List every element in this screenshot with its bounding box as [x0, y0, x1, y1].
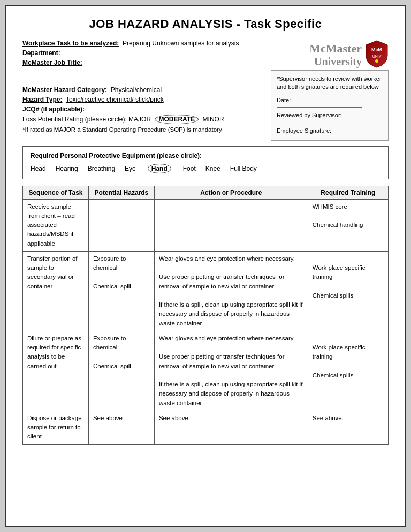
action-cell: Wear gloves and eye protection where nec… — [154, 251, 308, 331]
col-header-training: Required Training — [308, 186, 388, 199]
hazard-table: Sequence of Task Potential Hazards Actio… — [22, 186, 389, 445]
jcq-label: JCQ# (if applicable): — [22, 105, 260, 113]
training-cell: Work place specific training Chemical sp… — [308, 251, 388, 331]
ppe-foot: Foot — [183, 165, 196, 172]
training-cell: WHMIS coreChemical handling — [308, 199, 388, 251]
task-cell: Transfer portion of sample to secondary … — [23, 251, 89, 331]
training-cell: Work place specific training Chemical sp… — [308, 331, 388, 411]
table-row: Receive sample from client – read associ… — [23, 199, 389, 251]
hazard-type-label: Hazard Type: Toxic/reactive chemical/ st… — [22, 96, 260, 103]
col-header-task: Sequence of Task — [23, 186, 89, 199]
page: JOB HAZARD ANALYSIS - Task Specific Work… — [5, 5, 406, 527]
ppe-full-body: Full Body — [230, 165, 257, 172]
date-label: Date: — [277, 96, 383, 105]
department-label: Department: — [22, 49, 260, 57]
hazards-cell — [88, 199, 154, 251]
ppe-breathing: Breathing — [88, 165, 115, 172]
action-cell: Wear gloves and eye protection where nec… — [154, 331, 308, 411]
hazards-cell: Exposure to chemicalChemical spill — [88, 331, 154, 411]
logo-shield: McM UNIV — [365, 40, 389, 70]
logo-area: McMaster University McM UNIV — [271, 40, 389, 70]
loss-moderate-circled: MODERATE — [155, 115, 199, 124]
employee-sig-label: Employee Signature: — [277, 126, 383, 136]
task-cell: Dispose or package sample for return to … — [23, 411, 89, 444]
page-title: JOB HAZARD ANALYSIS - Task Specific — [22, 17, 389, 31]
svg-point-2 — [375, 59, 378, 63]
ppe-head: Head — [31, 165, 46, 172]
ppe-hearing: Hearing — [56, 165, 78, 172]
table-row: Dispose or package sample for return to … — [23, 411, 389, 444]
ppe-knee: Knee — [206, 165, 220, 172]
header-right: McMaster University McM UNIV — [271, 40, 389, 141]
info-box: *Supervisor needs to review with worker … — [271, 70, 389, 141]
ppe-hand-circled: Hand — [148, 164, 171, 173]
table-row: Dilute or prepare as required for specif… — [23, 331, 389, 411]
action-cell: See above — [154, 411, 308, 444]
ppe-box: Required Personal Protective Equipment (… — [22, 146, 389, 179]
reviewed-label: Reviewed by Supervisor: — [277, 111, 383, 120]
col-header-hazards: Potential Hazards — [88, 186, 154, 199]
workplace-task-label: Workplace Task to be analyzed: Preparing… — [22, 40, 260, 47]
col-header-action: Action or Procedure — [154, 186, 308, 199]
ppe-eye: Eye — [125, 165, 136, 172]
table-row: Transfer portion of sample to secondary … — [23, 251, 389, 331]
action-cell — [154, 199, 308, 251]
loss-rating-row: Loss Potential Rating (please circle): M… — [22, 115, 260, 124]
logo-text-block: McMaster University — [309, 42, 362, 68]
logo-line1: McMaster — [309, 42, 362, 56]
svg-text:McM: McM — [371, 47, 382, 52]
task-cell: Dilute or prepare as required for specif… — [23, 331, 89, 411]
svg-text:UNIV: UNIV — [372, 55, 382, 58]
hazard-category-label: McMaster Hazard Category: Physical/chemi… — [22, 86, 260, 94]
job-title-label: McMaster Job Title: — [22, 59, 260, 66]
ppe-title: Required Personal Protective Equipment (… — [31, 152, 380, 159]
ppe-items: Head Hearing Breathing Eye Hand Foot Kne… — [31, 164, 380, 173]
hazards-cell: Exposure to chemicalChemical spill — [88, 251, 154, 331]
header-left: Workplace Task to be analyzed: Preparing… — [22, 40, 271, 135]
supervisor-note: *Supervisor needs to review with worker … — [277, 75, 383, 92]
task-cell: Receive sample from client – read associ… — [23, 199, 89, 251]
hazards-cell: See above — [88, 411, 154, 444]
logo-line2: University — [309, 56, 362, 68]
sop-note: *If rated as MAJOR a Standard Operating … — [22, 126, 260, 133]
training-cell: See above. — [308, 411, 388, 444]
date-line — [277, 106, 362, 108]
supervisor-sig-line — [277, 121, 341, 123]
header-section: Workplace Task to be analyzed: Preparing… — [22, 40, 389, 141]
